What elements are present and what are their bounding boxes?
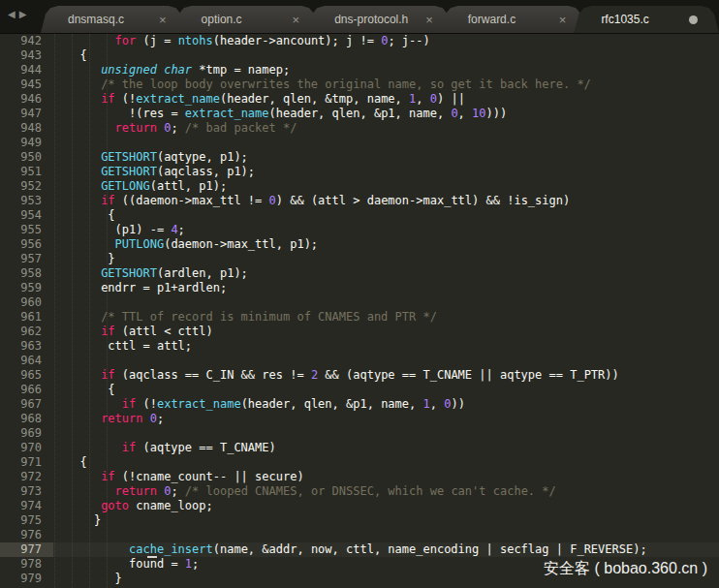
line-number[interactable]: 962: [0, 325, 53, 339]
line-number[interactable]: 952: [0, 179, 53, 194]
code-line[interactable]: 947 !(res = extract_name(header, qlen, &…: [0, 107, 719, 121]
line-number[interactable]: 949: [0, 136, 53, 150]
line-number[interactable]: 965: [0, 368, 53, 383]
code-line[interactable]: 952 GETLONG(attl, p1);: [0, 179, 719, 194]
code-line[interactable]: 974 goto cname_loop;: [0, 499, 719, 513]
code-line[interactable]: 977 cache_insert(name, &addr, now, cttl,…: [0, 542, 719, 557]
code-line[interactable]: 957 }: [0, 252, 719, 266]
code-line[interactable]: 963 cttl = attl;: [0, 339, 719, 354]
line-number[interactable]: 960: [0, 295, 53, 310]
code-line[interactable]: 950 GETSHORT(aqtype, p1);: [0, 150, 719, 165]
line-number[interactable]: 951: [0, 165, 53, 179]
code-text: {: [53, 455, 719, 470]
code-line[interactable]: 960: [0, 295, 719, 310]
code-line[interactable]: 944 unsigned char *tmp = namep;: [0, 63, 719, 77]
line-number[interactable]: 971: [0, 455, 53, 470]
line-number[interactable]: 975: [0, 513, 53, 528]
code-line[interactable]: 976: [0, 528, 719, 542]
tab-close-icon[interactable]: ×: [293, 14, 300, 26]
code-text: return 0; /* bad packet */: [53, 121, 719, 136]
code-text: PUTLONG(daemon->max_ttl, p1);: [53, 237, 719, 252]
code-line[interactable]: 948 return 0; /* bad packet */: [0, 121, 719, 136]
tab-dnsmasq-c[interactable]: dnsmasq.c×: [41, 6, 186, 33]
code-line[interactable]: 964: [0, 354, 719, 368]
code-text: /* TTL of record is minimum of CNAMES an…: [53, 310, 719, 325]
line-number[interactable]: 953: [0, 194, 53, 208]
code-line[interactable]: 958 GETSHORT(ardlen, p1);: [0, 266, 719, 281]
code-line[interactable]: 973 return 0; /* looped CNAMES, or DNSSE…: [0, 484, 719, 499]
code-line[interactable]: 975 }: [0, 513, 719, 528]
line-number[interactable]: 946: [0, 92, 53, 107]
code-line[interactable]: 953 if ((daemon->max_ttl != 0) && (attl …: [0, 194, 719, 208]
code-line[interactable]: 954 {: [0, 208, 719, 223]
code-text: if (!cname_count-- || secure): [53, 470, 719, 484]
line-number[interactable]: 950: [0, 150, 53, 165]
line-number[interactable]: 943: [0, 48, 53, 63]
tab-rfc1035-c[interactable]: rfc1035.c: [574, 6, 719, 33]
line-number[interactable]: 979: [0, 572, 53, 586]
code-text: cttl = attl;: [53, 339, 719, 354]
line-number[interactable]: 947: [0, 107, 53, 121]
code-line[interactable]: 959 endrr = p1+ardlen;: [0, 281, 719, 295]
line-number[interactable]: 978: [0, 557, 53, 572]
line-number[interactable]: 976: [0, 528, 53, 542]
line-number[interactable]: 973: [0, 484, 53, 499]
code-line[interactable]: 942 for (j = ntohs(header->ancount); j !…: [0, 34, 719, 48]
line-number[interactable]: 959: [0, 281, 53, 295]
code-line[interactable]: 969: [0, 426, 719, 441]
line-number[interactable]: 963: [0, 339, 53, 354]
line-number[interactable]: 958: [0, 266, 53, 281]
code-line[interactable]: 972 if (!cname_count-- || secure): [0, 470, 719, 484]
line-number[interactable]: 942: [0, 34, 53, 48]
line-number[interactable]: 968: [0, 412, 53, 426]
line-number[interactable]: 961: [0, 310, 53, 325]
code-line[interactable]: 967 if (!extract_name(header, qlen, &p1,…: [0, 397, 719, 412]
tab-label: rfc1035.c: [574, 13, 689, 26]
code-line[interactable]: 949: [0, 136, 719, 150]
code-text: if (!extract_name(header, qlen, &p1, nam…: [53, 397, 719, 412]
code-line[interactable]: 966 {: [0, 383, 719, 397]
code-line[interactable]: 945 /* the loop body overwrites the orig…: [0, 77, 719, 92]
code-line[interactable]: 946 if (!extract_name(header, qlen, &tmp…: [0, 92, 719, 107]
tab-dns-protocol-h[interactable]: dns-protocol.h×: [307, 6, 453, 33]
tab-close-icon[interactable]: ×: [159, 14, 167, 26]
line-number[interactable]: 966: [0, 383, 53, 397]
line-number[interactable]: 969: [0, 426, 53, 441]
nav-back-icon[interactable]: ◀: [8, 9, 19, 19]
code-text: }: [53, 513, 719, 528]
line-number[interactable]: 967: [0, 397, 53, 412]
tab-close-icon[interactable]: ×: [559, 14, 567, 26]
line-number[interactable]: 948: [0, 121, 53, 136]
line-number[interactable]: 944: [0, 63, 53, 77]
code-text: GETSHORT(aqtype, p1);: [53, 150, 719, 165]
tab-close-icon[interactable]: ×: [425, 14, 433, 26]
code-line[interactable]: 951 GETSHORT(aqclass, p1);: [0, 165, 719, 179]
code-line[interactable]: 943 {: [0, 48, 719, 63]
line-number[interactable]: 954: [0, 208, 53, 223]
code-line[interactable]: 965 if (aqclass == C_IN && res != 2 && (…: [0, 368, 719, 383]
tab-bar: ◀▶ dnsmasq.c×option.c×dns-protocol.h×for…: [0, 0, 719, 34]
line-number[interactable]: 955: [0, 223, 53, 237]
line-number[interactable]: 977: [0, 542, 53, 557]
code-line[interactable]: 971 {: [0, 455, 719, 470]
line-number[interactable]: 964: [0, 354, 53, 368]
tab-forward-c[interactable]: forward.c×: [441, 6, 586, 33]
tab-option-c[interactable]: option.c×: [174, 6, 320, 33]
line-number[interactable]: 945: [0, 77, 53, 92]
line-number[interactable]: 974: [0, 499, 53, 513]
code-text: if ((daemon->max_ttl != 0) && (attl > da…: [53, 194, 719, 208]
modified-dot-icon[interactable]: [689, 15, 698, 24]
code-text: [53, 354, 719, 368]
code-line[interactable]: 961 /* TTL of record is minimum of CNAME…: [0, 310, 719, 325]
code-line[interactable]: 955 (p1) -= 4;: [0, 223, 719, 237]
nav-forward-icon[interactable]: ▶: [19, 9, 31, 19]
code-line[interactable]: 968 return 0;: [0, 412, 719, 426]
code-line[interactable]: 956 PUTLONG(daemon->max_ttl, p1);: [0, 237, 719, 252]
line-number[interactable]: 972: [0, 470, 53, 484]
line-number[interactable]: 956: [0, 237, 53, 252]
code-editor-window: ◀▶ dnsmasq.c×option.c×dns-protocol.h×for…: [0, 0, 719, 588]
code-line[interactable]: 962 if (attl < cttl): [0, 325, 719, 339]
code-line[interactable]: 970 if (aqtype == T_CNAME): [0, 441, 719, 455]
line-number[interactable]: 957: [0, 252, 53, 266]
line-number[interactable]: 970: [0, 441, 53, 455]
